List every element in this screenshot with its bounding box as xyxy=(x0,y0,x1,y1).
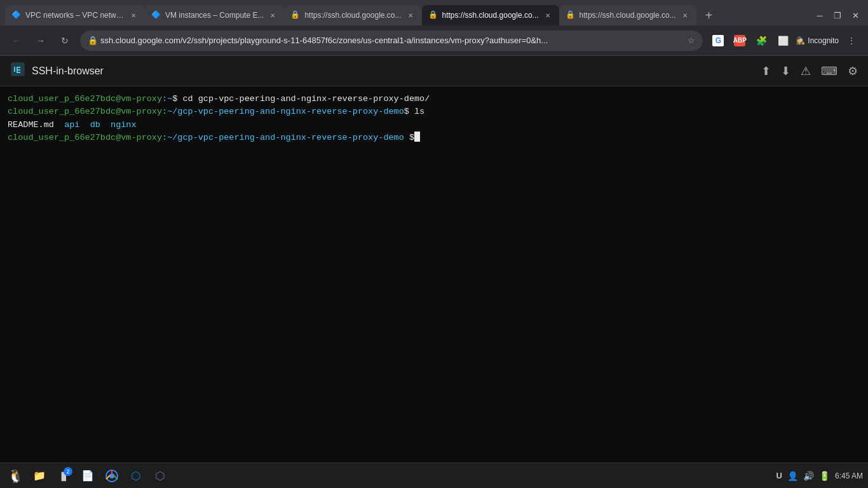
extensions-icon[interactable]: 🧩 xyxy=(752,32,770,50)
prompt-cmd-2: $ ls xyxy=(404,105,424,118)
tab-ssh-2-active[interactable]: 🔒 https://ssh.cloud.google.co... ✕ xyxy=(422,5,559,25)
reload-button[interactable]: ↻ xyxy=(56,32,74,50)
settings-icon[interactable]: ⚙ xyxy=(848,64,858,78)
terminal-line-3: README.md api db nginx xyxy=(8,119,860,132)
file-db: db xyxy=(90,119,100,132)
prompt-path-2: :~/gcp-vpc-peering-and-nginx-reverse-pro… xyxy=(162,105,404,118)
alert-icon[interactable]: ⚠ xyxy=(801,64,811,78)
tab2-label: VM instances – Compute E... xyxy=(165,11,264,20)
tab-ssh-3[interactable]: 🔒 https://ssh.cloud.google.co... ✕ xyxy=(559,5,696,25)
taskbar-left: 🐧 📁 ▮ 2 📄 ⬡ ⬡ xyxy=(5,466,170,486)
prompt-path-1: :~ xyxy=(162,93,172,105)
tab2-close-button[interactable]: ✕ xyxy=(268,10,278,20)
terminal-line-2: cloud_user_p_66e27bdc@vm-proxy:~/gcp-vpc… xyxy=(8,105,860,118)
teams-button[interactable]: ⬡ xyxy=(150,466,170,486)
unimatrix-icon[interactable]: U xyxy=(776,471,782,480)
tab3-close-button[interactable]: ✕ xyxy=(405,10,416,20)
tab5-favicon: 🔒 xyxy=(566,10,576,20)
tab4-favicon: 🔒 xyxy=(428,10,438,20)
tab5-close-button[interactable]: ✕ xyxy=(680,10,690,20)
incognito-badge: 🕵 Incognito xyxy=(796,36,839,45)
abp-label: ABP xyxy=(734,35,745,46)
chrome-button[interactable] xyxy=(102,466,122,486)
tab1-label: VPC networks – VPC netwo... xyxy=(25,11,125,20)
ssh-title: SSH-in-browser xyxy=(32,65,104,77)
user-icon[interactable]: 👤 xyxy=(787,471,798,481)
url-text: ssh.cloud.google.com/v2/ssh/projects/pla… xyxy=(100,36,548,45)
file-api: api xyxy=(64,119,79,132)
tab1-favicon: 🔷 xyxy=(11,10,22,20)
back-button[interactable]: ← xyxy=(8,32,25,50)
battery-icon[interactable]: 🔋 xyxy=(819,471,830,481)
forward-button[interactable]: → xyxy=(32,32,50,50)
ssh-header-right: ⬆ ⬇ ⚠ ⌨ ⚙ xyxy=(761,64,858,78)
download-icon[interactable]: ⬇ xyxy=(781,64,790,78)
close-window-button[interactable]: ✕ xyxy=(848,8,863,23)
upload-icon[interactable]: ⬆ xyxy=(761,64,771,78)
restore-button[interactable]: ❐ xyxy=(830,8,845,23)
tab5-label: https://ssh.cloud.google.co... xyxy=(580,11,676,20)
address-bar: ← → ↻ 🔒 ssh.cloud.google.com/v2/ssh/proj… xyxy=(0,25,868,56)
window-controls: ─ ❐ ✕ xyxy=(812,8,863,25)
taskbar-right: U 👤 🔊 🔋 6:45 AM xyxy=(776,471,863,481)
google-account-icon[interactable]: G xyxy=(709,32,727,50)
tab-ssh-1[interactable]: 🔒 https://ssh.cloud.google.co... ✕ xyxy=(284,5,421,25)
vscode-button[interactable]: ⬡ xyxy=(126,466,146,486)
terminal-line-1: cloud_user_p_66e27bdc@vm-proxy:~$ cd gcp… xyxy=(8,93,860,105)
terminal-button[interactable]: ▮ 2 xyxy=(53,466,74,486)
clock: 6:45 AM xyxy=(835,471,863,480)
prompt-user-2: cloud_user_p_66e27bdc@vm-proxy xyxy=(8,105,162,118)
volume-icon[interactable]: 🔊 xyxy=(803,471,814,481)
file-nginx: nginx xyxy=(111,119,137,132)
prompt-user-1: cloud_user_p_66e27bdc@vm-proxy xyxy=(8,93,162,105)
minimize-button[interactable]: ─ xyxy=(812,8,827,23)
tab-bar: 🔷 VPC networks – VPC netwo... ✕ 🔷 VM ins… xyxy=(0,0,868,25)
new-tab-button[interactable]: + xyxy=(699,5,719,25)
start-button[interactable]: 🐧 xyxy=(5,466,25,486)
tab1-close-button[interactable]: ✕ xyxy=(128,10,139,20)
url-display[interactable]: ssh.cloud.google.com/v2/ssh/projects/pla… xyxy=(80,30,703,51)
lock-icon: 🔒 xyxy=(88,36,98,45)
bookmark-star-icon[interactable]: ☆ xyxy=(685,34,698,47)
file-manager-button[interactable]: 📁 xyxy=(29,466,50,486)
adblock-plus-icon[interactable]: ABP xyxy=(731,32,749,50)
incognito-icon: 🕵 xyxy=(796,36,805,45)
tab4-label: https://ssh.cloud.google.co... xyxy=(442,11,539,20)
prompt-user-4: cloud_user_p_66e27bdc@vm-proxy xyxy=(8,132,162,144)
address-right-icons: ☆ xyxy=(685,34,698,47)
files-button[interactable]: 📄 xyxy=(78,466,98,486)
tab-vpc-networks[interactable]: 🔷 VPC networks – VPC netwo... ✕ xyxy=(5,5,145,25)
g-letter: G xyxy=(712,35,724,46)
tab3-label: https://ssh.cloud.google.co... xyxy=(304,11,401,20)
tab4-close-button[interactable]: ✕ xyxy=(543,10,553,20)
prompt-cmd-1: $ cd gcp-vpc-peering-and-nginx-reverse-p… xyxy=(172,93,430,105)
terminal[interactable]: cloud_user_p_66e27bdc@vm-proxy:~$ cd gcp… xyxy=(0,86,868,463)
menu-button[interactable]: ⋮ xyxy=(843,32,860,50)
prompt-path-4: :~/gcp-vpc-peering-and-nginx-reverse-pro… xyxy=(162,132,404,144)
ssh-header-left: SSH-in-browser xyxy=(10,62,104,80)
keyboard-icon[interactable]: ⌨ xyxy=(821,64,837,78)
cast-icon[interactable]: ⬜ xyxy=(774,32,792,50)
terminal-line-4: cloud_user_p_66e27bdc@vm-proxy:~/gcp-vpc… xyxy=(8,132,860,144)
terminal-badge: 2 xyxy=(64,467,72,476)
incognito-label: Incognito xyxy=(808,36,839,45)
tab3-favicon: 🔒 xyxy=(290,10,301,20)
taskbar: 🐧 📁 ▮ 2 📄 ⬡ ⬡ U 👤 🔊 xyxy=(0,463,868,488)
file-readme: README.md xyxy=(8,119,54,132)
address-container: 🔒 ssh.cloud.google.com/v2/ssh/projects/p… xyxy=(80,30,703,51)
tab2-favicon: 🔷 xyxy=(151,10,161,20)
toolbar-right: G ABP 🧩 ⬜ 🕵 Incognito ⋮ xyxy=(709,32,860,50)
prompt-dollar-4 xyxy=(404,132,409,144)
tab-vm-instances[interactable]: 🔷 VM instances – Compute E... ✕ xyxy=(145,5,284,25)
prompt-cmd-4: $ xyxy=(409,132,414,144)
ssh-logo-icon xyxy=(10,62,25,80)
browser-frame: 🔷 VPC networks – VPC netwo... ✕ 🔷 VM ins… xyxy=(0,0,868,488)
cursor xyxy=(414,132,420,142)
ssh-header: SSH-in-browser ⬆ ⬇ ⚠ ⌨ ⚙ xyxy=(0,56,868,86)
